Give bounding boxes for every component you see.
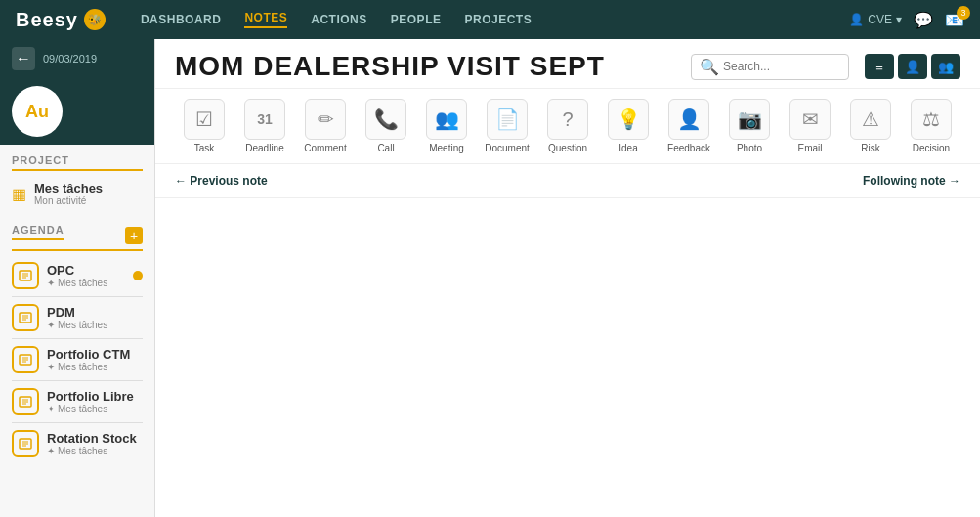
tool-email[interactable]: ✉ Email bbox=[781, 95, 839, 157]
tool-icon-idea: 💡 bbox=[608, 99, 649, 140]
tool-label-meeting: Meeting bbox=[429, 143, 464, 153]
group-view-button[interactable]: 👤 bbox=[898, 54, 927, 79]
agenda-item-icon bbox=[12, 388, 39, 415]
tool-call[interactable]: 📞 Call bbox=[357, 95, 415, 157]
agenda-item-sub: ✦Mes tâches bbox=[47, 446, 143, 456]
grid-view-button[interactable]: 👥 bbox=[931, 54, 960, 79]
nav-projects[interactable]: PROJECTS bbox=[464, 13, 532, 26]
tool-label-task: Task bbox=[194, 143, 215, 153]
logo-icon: 🐝 bbox=[84, 9, 106, 30]
agenda-item-text: PDM ✦Mes tâches bbox=[47, 305, 143, 330]
user-name: CVE bbox=[868, 13, 892, 26]
top-nav: Beesy 🐝 DASHBOARD NOTES ACTIONS PEOPLE P… bbox=[0, 0, 980, 39]
agenda-section-title: AGENDA bbox=[12, 224, 64, 240]
tool-icon-document: 📄 bbox=[487, 99, 528, 140]
agenda-item-text: Rotation Stock ✦Mes tâches bbox=[47, 431, 143, 456]
tool-deadline[interactable]: 31 Deadline bbox=[235, 95, 294, 157]
tool-icon-email: ✉ bbox=[789, 99, 831, 140]
agenda-add-button[interactable]: + bbox=[125, 227, 143, 244]
agenda-list-item[interactable]: PDM ✦Mes tâches bbox=[12, 299, 143, 336]
tool-icon-decision: ⚖ bbox=[911, 99, 952, 140]
tool-label-deadline: Deadline bbox=[245, 143, 283, 153]
tool-icon-meeting: 👥 bbox=[426, 99, 467, 140]
agenda-divider bbox=[12, 422, 143, 423]
tool-icon-photo: 📷 bbox=[729, 99, 770, 140]
tool-icon-feedback: 👤 bbox=[668, 99, 709, 140]
agenda-item-sub: ✦Mes tâches bbox=[47, 404, 143, 414]
tool-document[interactable]: 📄 Document bbox=[478, 95, 536, 157]
agenda-list-item[interactable]: Portfolio Libre ✦Mes tâches bbox=[12, 383, 143, 420]
back-button[interactable]: ← bbox=[12, 47, 35, 70]
sidebar: ← 09/03/2019 Au PROJECT ▦ Mes tâches Mon… bbox=[0, 39, 155, 517]
tool-decision[interactable]: ⚖ Decision bbox=[902, 95, 960, 157]
agenda-item-icon bbox=[12, 262, 39, 289]
agenda-list-item[interactable]: Portfolio CTM ✦Mes tâches bbox=[12, 341, 143, 378]
note-title: MOM DEALERSHIP VISIT SEPT bbox=[175, 51, 605, 82]
tool-photo[interactable]: 📷 Photo bbox=[720, 95, 779, 157]
agenda-item-text: Portfolio Libre ✦Mes tâches bbox=[47, 389, 143, 414]
note-date: 09/03/2019 bbox=[43, 53, 97, 65]
tool-meeting[interactable]: 👥 Meeting bbox=[417, 95, 476, 157]
tool-icon-question: ? bbox=[547, 99, 588, 140]
tool-label-feedback: Feedback bbox=[667, 143, 710, 153]
chevron-down-icon: ▾ bbox=[896, 13, 902, 26]
project-sub: Mon activité bbox=[34, 195, 103, 206]
tool-label-idea: Idea bbox=[618, 143, 637, 153]
chat-button[interactable]: 💬 bbox=[914, 11, 933, 29]
tool-label-decision: Decision bbox=[913, 143, 950, 153]
note-title-bar: MOM DEALERSHIP VISIT SEPT 🔍 ≡ 👤 👥 bbox=[155, 39, 980, 89]
nav-actions[interactable]: ACTIONS bbox=[311, 13, 367, 26]
tool-label-comment: Comment bbox=[304, 143, 346, 153]
agenda-item-text: OPC ✦Mes tâches bbox=[47, 263, 133, 288]
avatar: Au bbox=[12, 86, 63, 137]
main-layout: ← 09/03/2019 Au PROJECT ▦ Mes tâches Mon… bbox=[0, 39, 980, 517]
tool-icon-call: 📞 bbox=[365, 99, 406, 140]
agenda-item-sub: ✦Mes tâches bbox=[47, 362, 143, 372]
agenda-list: OPC ✦Mes tâches PDM ✦Mes tâches bbox=[12, 257, 143, 462]
notifications-button[interactable]: 📧 3 bbox=[945, 11, 964, 29]
agenda-list-item[interactable]: OPC ✦Mes tâches bbox=[12, 257, 143, 294]
tool-feedback[interactable]: 👤 Feedback bbox=[660, 95, 718, 157]
tool-icon-deadline: 31 bbox=[244, 99, 285, 140]
tool-icon-comment: ✏ bbox=[305, 99, 346, 140]
agenda-divider bbox=[12, 380, 143, 381]
project-section-title: PROJECT bbox=[12, 154, 143, 171]
project-name: Mes tâches bbox=[34, 181, 103, 195]
agenda-active-dot bbox=[133, 271, 143, 280]
search-icon: 🔍 bbox=[700, 58, 719, 76]
logo-area: Beesy 🐝 bbox=[16, 9, 106, 31]
nav-people[interactable]: PEOPLE bbox=[391, 13, 442, 26]
project-item[interactable]: ▦ Mes tâches Mon activité bbox=[12, 177, 143, 210]
user-menu[interactable]: 👤 CVE ▾ bbox=[849, 13, 902, 26]
agenda-item-name: Portfolio Libre bbox=[47, 389, 143, 404]
prev-note-button[interactable]: ← Previous note bbox=[175, 174, 268, 188]
tools-list: ☑ Task 31 Deadline ✏ Comment 📞 Call 👥 Me… bbox=[175, 95, 960, 157]
note-body bbox=[155, 198, 980, 517]
note-nav-bar: ← Previous note Following note → bbox=[155, 164, 980, 198]
agenda-list-item[interactable]: Rotation Stock ✦Mes tâches bbox=[12, 425, 143, 462]
next-note-button[interactable]: Following note → bbox=[863, 174, 960, 188]
tool-label-risk: Risk bbox=[861, 143, 879, 153]
tool-idea[interactable]: 💡 Idea bbox=[599, 95, 658, 157]
tool-task[interactable]: ☑ Task bbox=[175, 95, 234, 157]
agenda-section: AGENDA + OPC ✦Mes tâches bbox=[0, 216, 154, 517]
user-icon: 👤 bbox=[849, 13, 864, 26]
nav-dashboard[interactable]: DASHBOARD bbox=[141, 13, 222, 26]
agenda-item-sub: ✦Mes tâches bbox=[47, 278, 133, 288]
search-box: 🔍 bbox=[691, 54, 849, 80]
tool-comment[interactable]: ✏ Comment bbox=[296, 95, 355, 157]
tool-question[interactable]: ? Question bbox=[538, 95, 597, 157]
tool-label-question: Question bbox=[548, 143, 587, 153]
logo-text: Beesy bbox=[16, 9, 78, 31]
agenda-divider bbox=[12, 338, 143, 339]
agenda-item-name: Portfolio CTM bbox=[47, 347, 143, 362]
filter-view-button[interactable]: ≡ bbox=[865, 54, 894, 79]
tool-label-email: Email bbox=[797, 143, 822, 153]
tool-risk[interactable]: ⚠ Risk bbox=[841, 95, 900, 157]
note-tools-bar: ☑ Task 31 Deadline ✏ Comment 📞 Call 👥 Me… bbox=[155, 89, 980, 164]
nav-notes[interactable]: NOTES bbox=[244, 11, 287, 28]
search-input[interactable] bbox=[723, 60, 840, 73]
nav-right: 👤 CVE ▾ 💬 📧 3 bbox=[849, 11, 964, 29]
tool-label-document: Document bbox=[485, 143, 530, 153]
agenda-item-sub: ✦Mes tâches bbox=[47, 320, 143, 330]
